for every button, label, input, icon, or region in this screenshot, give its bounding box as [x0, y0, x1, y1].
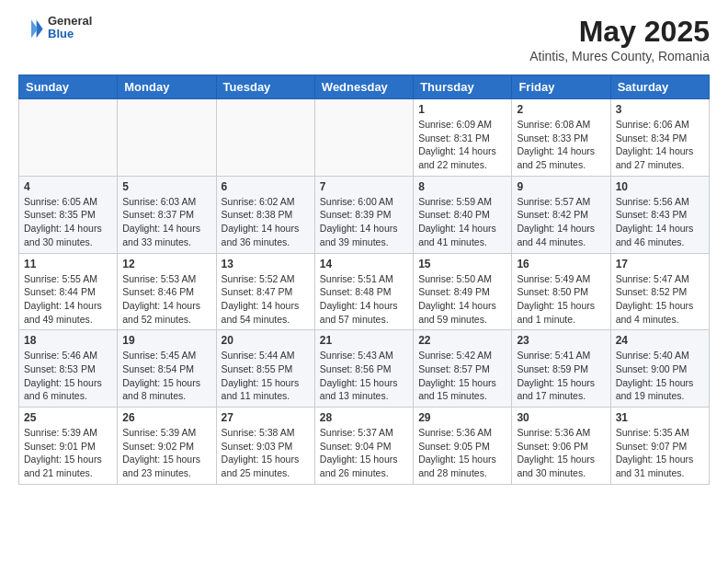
day-info: Sunrise: 5:43 AM Sunset: 8:56 PM Dayligh…	[320, 349, 408, 403]
day-info: Sunrise: 6:06 AM Sunset: 8:34 PM Dayligh…	[616, 118, 704, 172]
day-number: 28	[320, 411, 408, 424]
weekday-header-sunday: Sunday	[19, 75, 118, 99]
weekday-header-thursday: Thursday	[414, 75, 512, 99]
day-info: Sunrise: 5:36 AM Sunset: 9:06 PM Dayligh…	[517, 426, 605, 480]
page: General Blue May 2025 Atintis, Mures Cou…	[0, 0, 728, 500]
day-info: Sunrise: 5:49 AM Sunset: 8:50 PM Dayligh…	[517, 272, 605, 327]
day-info: Sunrise: 5:41 AM Sunset: 8:59 PM Dayligh…	[517, 349, 605, 403]
calendar-title: May 2025	[529, 15, 710, 49]
day-cell: 23Sunrise: 5:41 AM Sunset: 8:59 PM Dayli…	[512, 330, 610, 408]
day-info: Sunrise: 6:02 AM Sunset: 8:38 PM Dayligh…	[222, 195, 310, 249]
day-cell: 21Sunrise: 5:43 AM Sunset: 8:56 PM Dayli…	[314, 330, 413, 408]
day-info: Sunrise: 5:42 AM Sunset: 8:57 PM Dayligh…	[418, 349, 506, 403]
day-number: 20	[222, 334, 310, 347]
week-row-4: 18Sunrise: 5:46 AM Sunset: 8:53 PM Dayli…	[19, 330, 710, 408]
day-cell: 28Sunrise: 5:37 AM Sunset: 9:04 PM Dayli…	[314, 408, 413, 485]
title-block: May 2025 Atintis, Mures County, Romania	[529, 15, 710, 63]
header: General Blue May 2025 Atintis, Mures Cou…	[18, 15, 710, 63]
weekday-header-row: SundayMondayTuesdayWednesdayThursdayFrid…	[19, 75, 710, 99]
day-cell: 13Sunrise: 5:52 AM Sunset: 8:47 PM Dayli…	[216, 253, 314, 330]
week-row-2: 4Sunrise: 6:05 AM Sunset: 8:35 PM Daylig…	[19, 176, 710, 253]
day-cell: 11Sunrise: 5:55 AM Sunset: 8:44 PM Dayli…	[19, 253, 118, 330]
day-number: 13	[222, 258, 310, 270]
day-info: Sunrise: 6:09 AM Sunset: 8:31 PM Dayligh…	[418, 118, 506, 172]
weekday-header-monday: Monday	[118, 75, 216, 99]
day-info: Sunrise: 5:39 AM Sunset: 9:02 PM Dayligh…	[122, 426, 210, 480]
day-number: 29	[418, 411, 506, 424]
week-row-1: 1Sunrise: 6:09 AM Sunset: 8:31 PM Daylig…	[19, 99, 710, 177]
day-info: Sunrise: 5:52 AM Sunset: 8:47 PM Dayligh…	[222, 272, 310, 327]
day-number: 23	[517, 334, 605, 347]
day-cell: 30Sunrise: 5:36 AM Sunset: 9:06 PM Dayli…	[512, 408, 610, 485]
day-number: 8	[418, 180, 506, 193]
weekday-header-tuesday: Tuesday	[216, 75, 314, 99]
logo-text: General Blue	[48, 15, 92, 41]
day-cell: 4Sunrise: 6:05 AM Sunset: 8:35 PM Daylig…	[19, 176, 118, 253]
day-cell: 29Sunrise: 5:36 AM Sunset: 9:05 PM Dayli…	[414, 408, 512, 485]
day-info: Sunrise: 5:44 AM Sunset: 8:55 PM Dayligh…	[222, 349, 310, 403]
day-cell	[19, 99, 118, 177]
day-cell: 1Sunrise: 6:09 AM Sunset: 8:31 PM Daylig…	[414, 99, 512, 177]
week-row-5: 25Sunrise: 5:39 AM Sunset: 9:01 PM Dayli…	[19, 408, 710, 485]
calendar-subtitle: Atintis, Mures County, Romania	[529, 49, 710, 63]
day-cell: 9Sunrise: 5:57 AM Sunset: 8:42 PM Daylig…	[512, 176, 610, 253]
day-cell: 12Sunrise: 5:53 AM Sunset: 8:46 PM Dayli…	[118, 253, 216, 330]
day-number: 18	[24, 334, 112, 347]
day-info: Sunrise: 6:05 AM Sunset: 8:35 PM Dayligh…	[24, 195, 112, 249]
day-number: 14	[320, 258, 408, 270]
day-cell: 19Sunrise: 5:45 AM Sunset: 8:54 PM Dayli…	[118, 330, 216, 408]
day-number: 19	[122, 334, 210, 347]
day-info: Sunrise: 6:03 AM Sunset: 8:37 PM Dayligh…	[122, 195, 210, 249]
day-number: 27	[222, 411, 310, 424]
logo: General Blue	[18, 15, 92, 41]
weekday-header-friday: Friday	[512, 75, 610, 99]
day-cell: 6Sunrise: 6:02 AM Sunset: 8:38 PM Daylig…	[216, 176, 314, 253]
day-info: Sunrise: 5:47 AM Sunset: 8:52 PM Dayligh…	[616, 272, 704, 327]
day-cell: 26Sunrise: 5:39 AM Sunset: 9:02 PM Dayli…	[118, 408, 216, 485]
day-info: Sunrise: 6:08 AM Sunset: 8:33 PM Dayligh…	[517, 118, 605, 172]
day-number: 15	[418, 258, 506, 270]
day-cell: 5Sunrise: 6:03 AM Sunset: 8:37 PM Daylig…	[118, 176, 216, 253]
day-number: 3	[616, 103, 704, 116]
day-number: 24	[616, 334, 704, 347]
day-cell: 31Sunrise: 5:35 AM Sunset: 9:07 PM Dayli…	[610, 408, 709, 485]
day-cell	[118, 99, 216, 177]
calendar-table: SundayMondayTuesdayWednesdayThursdayFrid…	[18, 75, 710, 485]
day-cell: 16Sunrise: 5:49 AM Sunset: 8:50 PM Dayli…	[512, 253, 610, 330]
day-number: 26	[122, 411, 210, 424]
day-cell: 2Sunrise: 6:08 AM Sunset: 8:33 PM Daylig…	[512, 99, 610, 177]
day-number: 17	[616, 258, 704, 270]
day-info: Sunrise: 5:51 AM Sunset: 8:48 PM Dayligh…	[320, 272, 408, 327]
day-number: 2	[517, 103, 605, 116]
day-number: 1	[418, 103, 506, 116]
day-cell: 7Sunrise: 6:00 AM Sunset: 8:39 PM Daylig…	[314, 176, 413, 253]
day-cell: 24Sunrise: 5:40 AM Sunset: 9:00 PM Dayli…	[610, 330, 709, 408]
logo-blue: Blue	[48, 28, 92, 40]
day-number: 12	[122, 258, 210, 270]
day-cell: 18Sunrise: 5:46 AM Sunset: 8:53 PM Dayli…	[19, 330, 118, 408]
day-cell: 14Sunrise: 5:51 AM Sunset: 8:48 PM Dayli…	[314, 253, 413, 330]
day-cell: 27Sunrise: 5:38 AM Sunset: 9:03 PM Dayli…	[216, 408, 314, 485]
day-cell: 25Sunrise: 5:39 AM Sunset: 9:01 PM Dayli…	[19, 408, 118, 485]
day-number: 30	[517, 411, 605, 424]
weekday-header-saturday: Saturday	[610, 75, 709, 99]
day-cell: 10Sunrise: 5:56 AM Sunset: 8:43 PM Dayli…	[610, 176, 709, 253]
day-number: 10	[616, 180, 704, 193]
day-info: Sunrise: 5:45 AM Sunset: 8:54 PM Dayligh…	[122, 349, 210, 403]
day-cell: 17Sunrise: 5:47 AM Sunset: 8:52 PM Dayli…	[610, 253, 709, 330]
day-number: 25	[24, 411, 112, 424]
day-number: 21	[320, 334, 408, 347]
day-cell: 15Sunrise: 5:50 AM Sunset: 8:49 PM Dayli…	[414, 253, 512, 330]
day-info: Sunrise: 5:57 AM Sunset: 8:42 PM Dayligh…	[517, 195, 605, 249]
day-cell	[314, 99, 413, 177]
day-number: 7	[320, 180, 408, 193]
day-info: Sunrise: 5:56 AM Sunset: 8:43 PM Dayligh…	[616, 195, 704, 249]
day-cell: 3Sunrise: 6:06 AM Sunset: 8:34 PM Daylig…	[610, 99, 709, 177]
day-number: 22	[418, 334, 506, 347]
day-info: Sunrise: 5:39 AM Sunset: 9:01 PM Dayligh…	[24, 426, 112, 480]
day-number: 9	[517, 180, 605, 193]
logo-general: General	[48, 15, 92, 28]
day-number: 5	[122, 180, 210, 193]
day-info: Sunrise: 5:36 AM Sunset: 9:05 PM Dayligh…	[418, 426, 506, 480]
day-number: 11	[24, 258, 112, 270]
